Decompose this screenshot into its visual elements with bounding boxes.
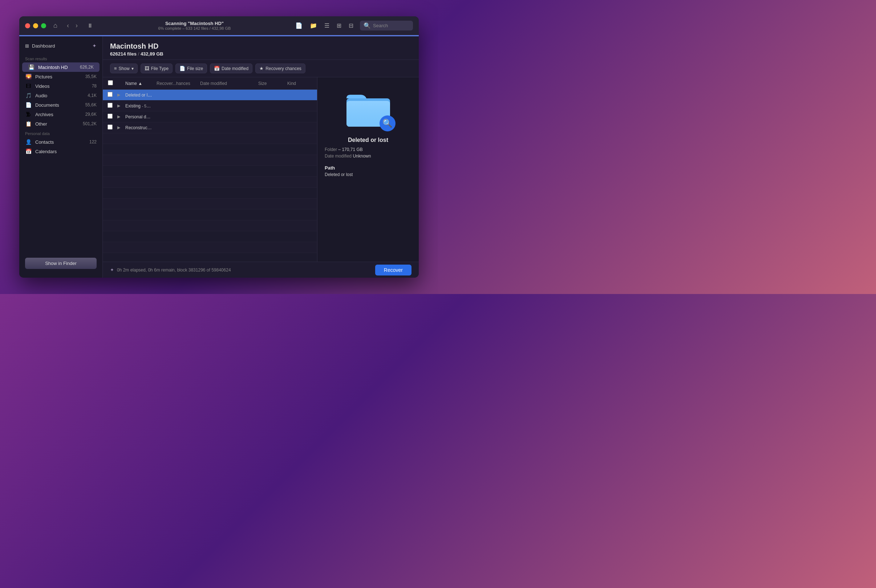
sidebar-item-label-documents: Documents: [35, 102, 59, 108]
th-chances[interactable]: Recover...hances: [154, 80, 198, 87]
pictures-icon: 🌄: [25, 74, 32, 80]
empty-row: [103, 231, 317, 242]
date-modified-label: Date modified: [325, 153, 352, 159]
main-subtitle: 626214 files / 432,89 GB: [110, 51, 412, 57]
sidebar-item-label-audio: Audio: [35, 93, 47, 98]
table-area: Name ▲ Recover...hances Date modified Si…: [103, 77, 419, 262]
show-in-finder-button[interactable]: Show in Finder: [25, 258, 97, 269]
th-size[interactable]: Size: [256, 80, 285, 87]
table-row[interactable]: ▶ Existing - 548263 files / 261,9 GB: [103, 100, 317, 111]
folder-icon-container: 🔍: [345, 88, 392, 130]
sidebar-item-count-pictures: 35,5K: [85, 74, 97, 79]
sidebar-item-macintosh-hd[interactable]: 💾 Macintosh HD 626,2K: [22, 62, 99, 72]
sidebar-item-count-documents: 55,6K: [85, 102, 97, 107]
documents-icon: 📄: [25, 102, 32, 108]
row-name-personal: Personal data - 95 files / 2,1 MB: [123, 114, 154, 119]
videos-icon: 🎞: [25, 83, 32, 89]
th-expand: [114, 82, 123, 85]
pause-button[interactable]: ⏸: [84, 21, 96, 30]
table-row[interactable]: ▶ Deleted or lost - 71032 files / 170,71…: [103, 90, 317, 100]
row-name-existing: Existing - 548263 files / 261,9 GB: [123, 104, 154, 108]
sidebar: ⊞ Dashboard ✦ Scan results 💾 Macintosh H…: [19, 36, 103, 278]
minimize-button[interactable]: [33, 23, 38, 28]
select-all-checkbox[interactable]: [108, 80, 113, 85]
table-header: Name ▲ Recover...hances Date modified Si…: [103, 77, 317, 90]
empty-row: [103, 144, 317, 155]
traffic-lights: [25, 23, 46, 28]
expand-icon-existing[interactable]: ▶: [114, 104, 123, 108]
scan-subtitle: 6% complete – 633 142 files / 432,98 GB: [158, 26, 231, 30]
sidebar-item-documents[interactable]: 📄 Documents 55,6K: [19, 100, 102, 110]
sidebar-item-count-macintosh-hd: 626,2K: [80, 64, 94, 70]
sort-asc-icon: ▲: [138, 81, 142, 86]
sidebar-item-archives[interactable]: 🗜 Archives 29,6K: [19, 110, 102, 119]
main-title: Macintosh HD: [110, 42, 412, 51]
empty-row: [103, 242, 317, 253]
row-checkbox-deleted[interactable]: [108, 92, 113, 97]
forward-button[interactable]: ›: [74, 20, 80, 31]
folder-label: Folder: [325, 147, 337, 152]
expand-icon-personal[interactable]: ▶: [114, 114, 123, 119]
maximize-button[interactable]: [41, 23, 46, 28]
sidebar-item-pictures[interactable]: 🌄 Pictures 35,5K: [19, 72, 102, 81]
archives-icon: 🗜: [25, 111, 32, 117]
file-size-filter-button[interactable]: 📄 File size: [176, 63, 207, 74]
file-type-filter-button[interactable]: 🖼 File Type: [141, 63, 173, 74]
dashboard-label: ⊞ Dashboard: [25, 43, 55, 49]
sidebar-dashboard: ⊞ Dashboard ✦: [19, 40, 102, 51]
file-view-button[interactable]: 📄: [293, 21, 305, 30]
empty-row: [103, 155, 317, 166]
toolbar-icons: 📄 📁 ☰ ⊞ ⊟: [293, 21, 356, 30]
scan-status-center: Scanning "Macintosh HD" 6% complete – 63…: [100, 21, 289, 30]
empty-row: [103, 188, 317, 198]
sidebar-item-count-other: 501,2K: [83, 121, 97, 126]
th-name[interactable]: Name ▲: [123, 80, 154, 87]
list-view-button[interactable]: ☰: [322, 21, 332, 30]
detail-title: Deleted or lost: [348, 137, 388, 143]
sidebar-item-videos[interactable]: 🎞 Videos 78: [19, 81, 102, 91]
table-row[interactable]: ▶ Personal data - 95 files / 2,1 MB: [103, 111, 317, 122]
recovery-chances-filter-button[interactable]: ★ Recovery chances: [255, 63, 305, 74]
loading-spinner: ✦: [92, 43, 97, 49]
grid-view-button[interactable]: ⊞: [335, 21, 344, 30]
sidebar-item-label-macintosh-hd: Macintosh HD: [38, 64, 68, 70]
empty-row: [103, 177, 317, 188]
expand-icon-reconstructed[interactable]: ▶: [114, 125, 123, 130]
sidebar-item-audio[interactable]: 🎵 Audio 4,1K: [19, 91, 102, 100]
empty-row: [103, 198, 317, 209]
sidebar-item-other[interactable]: 📋 Other 501,2K: [19, 119, 102, 129]
folder-view-button[interactable]: 📁: [308, 21, 319, 30]
table-row[interactable]: ▶ Reconstructed - 6824 files / 282,2 MB: [103, 122, 317, 133]
split-view-button[interactable]: ⊟: [347, 21, 356, 30]
sidebar-item-count-audio: 4,1K: [87, 93, 97, 98]
empty-row: [103, 166, 317, 177]
empty-row: [103, 209, 317, 220]
folder-search-badge: 🔍: [380, 116, 395, 131]
folder-size: – 170,71 GB: [338, 147, 362, 152]
row-checkbox-reconstructed[interactable]: [108, 124, 113, 130]
expand-icon-deleted[interactable]: ▶: [114, 93, 123, 97]
scan-title: Scanning "Macintosh HD": [158, 21, 231, 26]
sidebar-item-contacts[interactable]: 👤 Contacts 122: [19, 137, 102, 147]
search-input[interactable]: [373, 23, 409, 28]
close-button[interactable]: [25, 23, 30, 28]
row-checkbox-personal[interactable]: [108, 114, 113, 119]
back-button[interactable]: ‹: [65, 20, 71, 31]
sidebar-item-calendars[interactable]: 📅 Calendars: [19, 147, 102, 156]
th-date-modified[interactable]: Date modified: [198, 80, 256, 87]
recover-button[interactable]: Recover: [375, 265, 412, 276]
th-kind[interactable]: Kind: [285, 80, 314, 87]
detail-folder-row: Folder – 170,71 GB: [325, 147, 412, 152]
home-button[interactable]: ⌂: [51, 20, 60, 31]
sidebar-item-label-calendars: Calendars: [35, 149, 57, 154]
scan-results-section-label: Scan results: [19, 54, 102, 62]
personal-data-section-label: Personal data: [19, 129, 102, 137]
show-filter-button[interactable]: ≡ Show ▾: [110, 63, 138, 74]
search-box[interactable]: 🔍: [360, 21, 413, 30]
files-count: 626214 files: [110, 51, 137, 57]
main-window: ⌂ ‹ › ⏸ Scanning "Macintosh HD" 6% compl…: [19, 16, 419, 278]
audio-icon: 🎵: [25, 93, 32, 98]
date-modified-filter-button[interactable]: 📅 Date modified: [210, 63, 252, 74]
row-checkbox-existing[interactable]: [108, 103, 113, 108]
main-header: Macintosh HD 626214 files / 432,89 GB: [103, 36, 419, 60]
